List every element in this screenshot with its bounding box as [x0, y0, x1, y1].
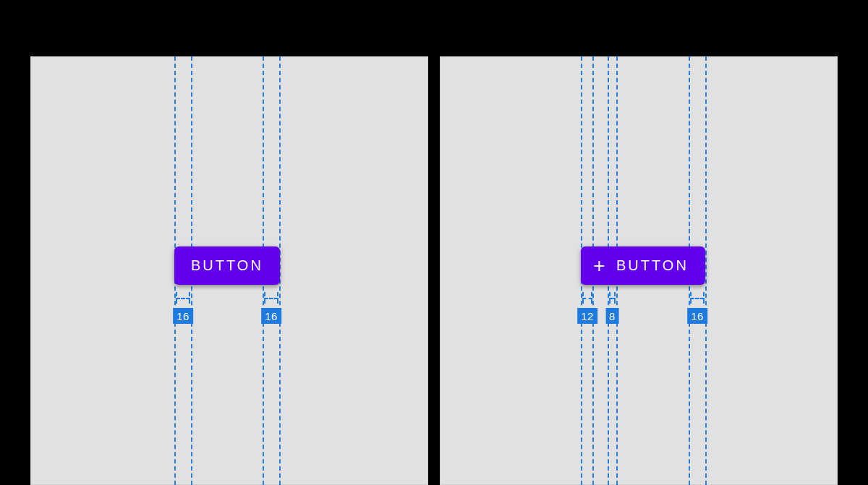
padding-measure-right: 16 [689, 292, 706, 324]
contained-button-with-icon[interactable]: + BUTTON [581, 246, 705, 285]
measure-value: 16 [687, 308, 707, 324]
icon-gap-measure: 8 [608, 292, 617, 324]
spec-panel-text-button: BUTTON 16 16 [30, 56, 428, 485]
button-label: BUTTON [616, 257, 689, 274]
padding-measure-right: 16 [263, 292, 280, 324]
spec-panel-icon-button: + BUTTON 12 8 16 [440, 56, 838, 485]
button-label: BUTTON [191, 257, 263, 274]
guide-line [705, 56, 707, 485]
diagram-canvas: BUTTON 16 16 + BUTTON 12 8 [30, 56, 838, 485]
plus-icon: + [592, 258, 608, 274]
measure-value: 8 [605, 308, 619, 324]
measure-value: 16 [173, 308, 193, 324]
measure-value: 12 [577, 308, 597, 324]
measure-value: 16 [261, 308, 281, 324]
contained-button[interactable]: BUTTON [174, 246, 280, 285]
padding-measure-left: 12 [581, 292, 594, 324]
padding-measure-left: 16 [174, 292, 192, 324]
